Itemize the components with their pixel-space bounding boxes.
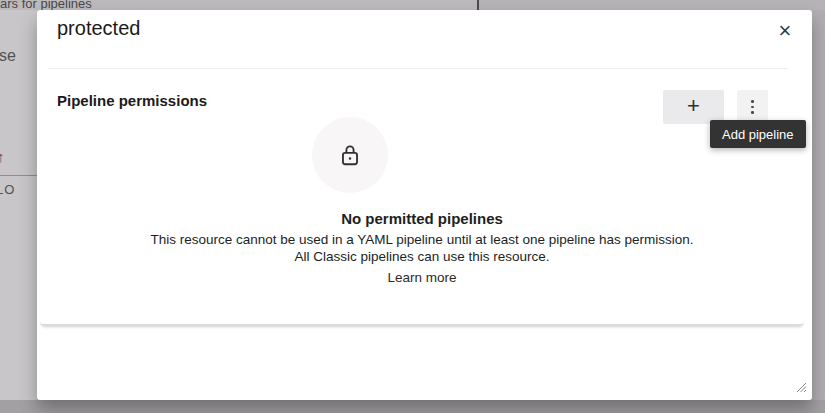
zero-data-icon-circle <box>312 117 388 193</box>
more-options-icon <box>751 100 754 114</box>
background-text-fragment: se <box>0 47 16 65</box>
lock-icon <box>337 142 363 168</box>
arrow-up-icon: ↑ <box>0 148 5 165</box>
dimmed-page-right-strip <box>812 10 825 400</box>
zero-data-body-line-1: This resource cannot be used in a YAML p… <box>40 231 804 248</box>
dimmed-page-left-strip: se ↑ LO <box>0 10 37 400</box>
resize-grip[interactable] <box>794 380 807 393</box>
learn-more-link[interactable]: Learn more <box>387 270 456 285</box>
background-text-fragment: LO <box>0 182 15 197</box>
more-options-button[interactable] <box>737 90 768 124</box>
dimmed-page-bottom-strip <box>0 400 825 413</box>
background-vertical-divider <box>477 0 479 10</box>
dimmed-page-top-strip: ars for pipelines <box>0 0 825 10</box>
dialog-title: protected <box>57 17 140 40</box>
background-horizontal-divider <box>0 175 37 176</box>
add-pipeline-tooltip: Add pipeline <box>710 120 806 148</box>
title-divider <box>48 68 788 69</box>
pipeline-permissions-card: Pipeline permissions + No permitted pipe… <box>40 72 804 326</box>
close-icon[interactable]: × <box>772 18 798 44</box>
resource-permissions-dialog: protected × Pipeline permissions + No pe… <box>37 10 812 400</box>
zero-data-body-line-2: All Classic pipelines can use this resou… <box>40 248 804 265</box>
add-pipeline-button[interactable]: + <box>663 90 724 124</box>
zero-data-message: No permitted pipelines This resource can… <box>40 210 804 286</box>
card-title: Pipeline permissions <box>57 92 207 109</box>
plus-icon: + <box>687 95 700 117</box>
dimmed-page-top-right-area <box>479 0 825 10</box>
zero-data-heading: No permitted pipelines <box>40 210 804 227</box>
background-page-heading-fragment: ars for pipelines <box>0 0 92 10</box>
